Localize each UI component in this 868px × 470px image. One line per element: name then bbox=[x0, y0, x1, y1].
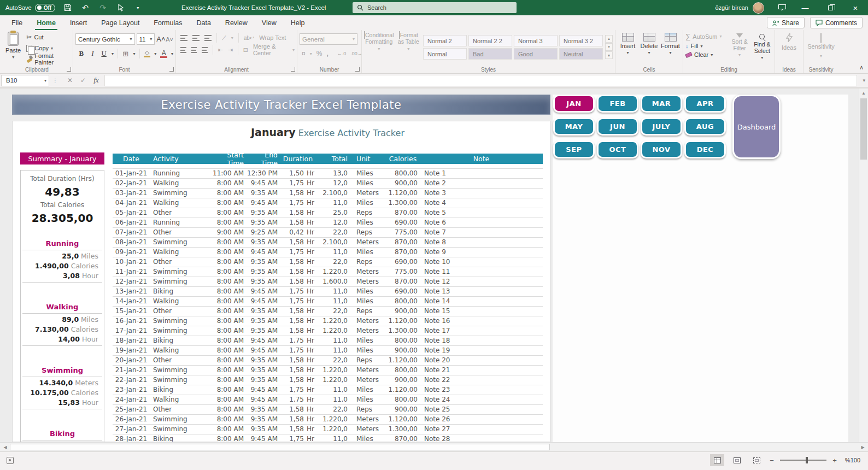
cell-date[interactable]: 19-Jan-21 bbox=[113, 346, 150, 355]
month-button-jan[interactable]: JAN bbox=[553, 95, 595, 113]
cell-unit[interactable]: Reps bbox=[352, 356, 386, 365]
cell-start-time[interactable]: 8:00 AM bbox=[211, 248, 246, 257]
cell-total[interactable]: 1.220,0 bbox=[316, 316, 352, 326]
cell-total[interactable]: 11,0 bbox=[316, 248, 352, 257]
cell-end-time[interactable]: 9:35 AM bbox=[246, 316, 280, 326]
table-row[interactable]: 05-Jan-21Other8:00 AM9:35 AM1,58Hr25,0Re… bbox=[113, 208, 543, 218]
cell-duration[interactable]: 1,75 bbox=[280, 434, 304, 442]
cell-total[interactable]: 1.220,0 bbox=[316, 366, 352, 375]
autosum-button[interactable]: ∑AutoSum▾ bbox=[685, 32, 727, 40]
cell-unit[interactable]: Miles bbox=[352, 218, 386, 227]
cell-unit[interactable]: Miles bbox=[352, 179, 386, 188]
cell-total[interactable]: 1.220,0 bbox=[316, 415, 352, 424]
share-button[interactable]: Share bbox=[767, 17, 805, 28]
cell-duration[interactable]: 1,58 bbox=[280, 415, 304, 424]
cell-calories[interactable]: 800,00 bbox=[386, 366, 420, 375]
cell-style-neutral[interactable]: Neutral bbox=[559, 48, 603, 60]
accounting-format-icon[interactable]: ¤ bbox=[302, 50, 306, 57]
table-row[interactable]: 13-Jan-21Biking8:00 AM9:45 AM1,75Hr11,0M… bbox=[113, 287, 543, 297]
cell-date[interactable]: 28-Jan-21 bbox=[113, 434, 150, 442]
align-center-icon[interactable] bbox=[191, 47, 197, 53]
undo-icon[interactable]: ↶ bbox=[80, 3, 90, 13]
cell-note[interactable]: Note 25 bbox=[420, 405, 543, 414]
cell-calories[interactable]: 690,00 bbox=[386, 257, 420, 267]
cell-total[interactable]: 11,0 bbox=[316, 336, 352, 345]
month-button-july[interactable]: JULY bbox=[641, 118, 682, 136]
underline-dropdown-icon[interactable]: ▾ bbox=[112, 51, 114, 56]
table-row[interactable]: 02-Jan-21Walking8:00 AM9:45 AM1,75Hr12,0… bbox=[113, 179, 543, 189]
cell-total[interactable]: 22,0 bbox=[316, 356, 352, 365]
cell-date[interactable]: 10-Jan-21 bbox=[113, 257, 150, 267]
align-left-icon[interactable] bbox=[180, 47, 186, 53]
cell-end-time[interactable]: 9:35 AM bbox=[246, 208, 280, 218]
comma-style-icon[interactable]: , bbox=[326, 50, 328, 57]
cell-unit[interactable]: Miles bbox=[352, 346, 386, 355]
cell-activity[interactable]: Swimming bbox=[150, 415, 211, 424]
decrease-font-icon[interactable]: A˅ bbox=[166, 36, 173, 43]
cell-unit[interactable]: Reps bbox=[352, 405, 386, 414]
cut-button[interactable]: ✂Cut bbox=[26, 32, 71, 43]
cell-date[interactable]: 03-Jan-21 bbox=[113, 189, 150, 198]
cell-duration[interactable]: 1,58 bbox=[280, 218, 304, 227]
table-row[interactable]: 07-Jan-21Other9:00 AM9:25 AM0,42Hr22,0Re… bbox=[113, 228, 543, 238]
cell-activity[interactable]: Walking bbox=[150, 395, 211, 404]
cell-total[interactable]: 2.100,0 bbox=[316, 238, 352, 247]
cell-activity[interactable]: Other bbox=[150, 405, 211, 414]
column-header-note[interactable]: Note bbox=[420, 155, 543, 163]
table-row[interactable]: 11-Jan-21Swimming8:00 AM9:35 AM1,58Hr1.2… bbox=[113, 267, 543, 277]
percent-style-icon[interactable]: % bbox=[316, 50, 322, 57]
cell-activity[interactable]: Running bbox=[150, 218, 211, 227]
cell-calories[interactable]: 1.300,00 bbox=[386, 198, 420, 208]
month-button-jun[interactable]: JUN bbox=[597, 118, 638, 136]
cell-total[interactable]: 22,0 bbox=[316, 405, 352, 414]
cell-calories[interactable]: 870,00 bbox=[386, 238, 420, 247]
zoom-out-icon[interactable]: − bbox=[769, 456, 775, 465]
cell-start-time[interactable]: 8:00 AM bbox=[211, 356, 246, 365]
cell-date[interactable]: 17-Jan-21 bbox=[113, 326, 150, 336]
cell-unit[interactable]: Reps bbox=[352, 307, 386, 316]
cell-note[interactable]: Note 21 bbox=[420, 366, 543, 375]
gallery-more-icon[interactable]: ▼ bbox=[605, 51, 613, 59]
cell-unit[interactable]: Miles bbox=[352, 395, 386, 404]
cell-total[interactable]: 12,0 bbox=[316, 179, 352, 188]
cell-unit[interactable]: Meters bbox=[352, 366, 386, 375]
cell-end-time[interactable]: 9:35 AM bbox=[246, 267, 280, 277]
cell-calories[interactable]: 1.120,00 bbox=[386, 189, 420, 198]
dashboard-button[interactable]: Dashboard bbox=[732, 95, 781, 159]
minimize-button[interactable]: — bbox=[793, 0, 818, 15]
sort-filter-button[interactable]: Sort & Filter ▾ bbox=[729, 32, 749, 65]
column-header-end-time[interactable]: End Time bbox=[246, 151, 280, 167]
cell-unit[interactable]: Meters bbox=[352, 189, 386, 198]
month-button-may[interactable]: MAY bbox=[553, 118, 595, 136]
cell-calories[interactable]: 1.120,00 bbox=[386, 316, 420, 326]
tab-formulas[interactable]: Formulas bbox=[146, 15, 189, 30]
tab-help[interactable]: Help bbox=[284, 15, 312, 30]
cell-total[interactable]: 11,0 bbox=[316, 434, 352, 442]
cell-end-time[interactable]: 9:35 AM bbox=[246, 218, 280, 227]
tab-view[interactable]: View bbox=[255, 15, 284, 30]
cell-calories[interactable]: 690,00 bbox=[386, 218, 420, 227]
cell-note[interactable]: Note 12 bbox=[420, 277, 543, 286]
cell-activity[interactable]: Swimming bbox=[150, 189, 211, 198]
table-row[interactable]: 25-Jan-21Other8:00 AM9:35 AM1,58Hr22,0Re… bbox=[113, 405, 543, 415]
cell-activity[interactable]: Walking bbox=[150, 198, 211, 208]
cell-unit[interactable]: Miles bbox=[352, 297, 386, 306]
borders-dropdown-icon[interactable]: ▾ bbox=[133, 51, 136, 56]
table-row[interactable]: 27-Jan-21Swimming8:00 AM9:35 AM1,58Hr1.2… bbox=[113, 425, 543, 434]
cell-note[interactable]: Note 9 bbox=[420, 248, 543, 257]
bold-button[interactable]: B bbox=[78, 49, 85, 58]
underline-button[interactable]: U bbox=[100, 49, 108, 58]
sensitivity-button[interactable]: Sensitivity ▾ bbox=[806, 33, 836, 60]
cell-unit[interactable]: Meters bbox=[352, 415, 386, 424]
cell-end-time[interactable]: 9:35 AM bbox=[246, 238, 280, 247]
number-format-select[interactable]: General▾ bbox=[300, 33, 357, 45]
cell-style-normal-3[interactable]: Normal 3 bbox=[514, 35, 558, 46]
cell-activity[interactable]: Swimming bbox=[150, 277, 211, 286]
fill-color-dropdown-icon[interactable]: ▾ bbox=[154, 51, 156, 56]
cell-start-time[interactable]: 8:00 AM bbox=[211, 434, 246, 442]
cell-start-time[interactable]: 8:00 AM bbox=[211, 238, 246, 247]
fill-button[interactable]: ↓Fill▾ bbox=[685, 43, 727, 49]
worksheet[interactable]: Exercise Activity Tracker Excel Template… bbox=[0, 89, 868, 442]
cell-note[interactable]: Note 20 bbox=[420, 356, 543, 365]
cell-unit[interactable]: Reps bbox=[352, 208, 386, 218]
